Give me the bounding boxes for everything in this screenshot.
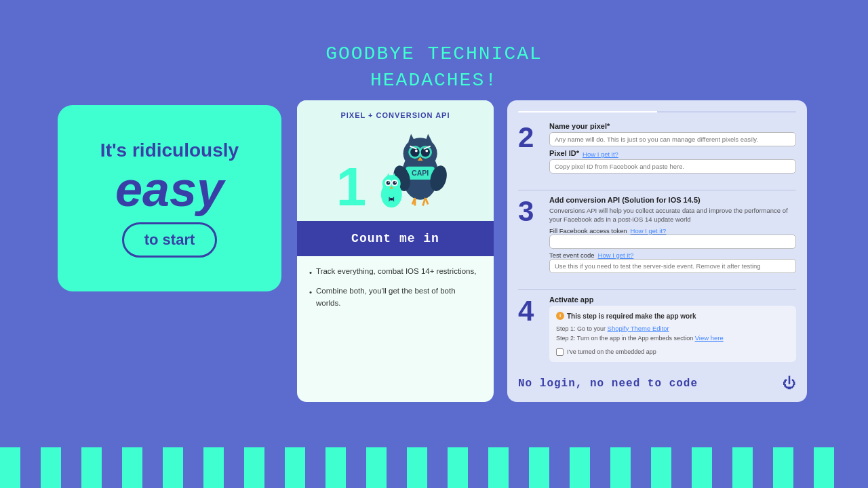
checker-cell bbox=[305, 447, 326, 468]
checker-cell bbox=[549, 468, 570, 488]
count-me-in-button[interactable]: Count me in bbox=[297, 221, 494, 256]
left-card-easy: easy bbox=[115, 165, 224, 214]
checker-cell bbox=[651, 468, 671, 488]
pixel-id-label: Pixel ID* bbox=[549, 149, 579, 157]
step3-content: Add conversion API (Solution for IOS 14.… bbox=[549, 196, 796, 276]
checker-cell bbox=[570, 468, 590, 488]
no-login-text: No login, no need to code bbox=[518, 378, 698, 390]
checker-cell bbox=[102, 447, 122, 468]
checker-cell bbox=[264, 447, 285, 468]
token-label: Fill Facebook access token bbox=[549, 227, 627, 235]
checker-cell bbox=[631, 447, 651, 468]
test-event-input[interactable] bbox=[549, 259, 796, 273]
checker-cell bbox=[631, 468, 651, 488]
divider-1 bbox=[518, 190, 796, 190]
checker-cell bbox=[793, 468, 814, 488]
checker-cell bbox=[407, 468, 427, 488]
checker-cell bbox=[671, 447, 692, 468]
checker-cell bbox=[224, 468, 244, 488]
checker-cell bbox=[122, 447, 142, 468]
step3-label: Add conversion API (Solution for IOS 14.… bbox=[549, 196, 796, 204]
checker-cell bbox=[753, 468, 773, 488]
checker-cell bbox=[326, 447, 346, 468]
step4-number: 4 bbox=[518, 297, 542, 325]
step3-section: 3 Add conversion API (Solution for IOS 1… bbox=[518, 196, 796, 276]
pixel-api-label: PIXEL + CONVERSION API bbox=[311, 111, 480, 119]
checker-cell bbox=[570, 447, 590, 468]
tab-manual-input[interactable]: Manual input bbox=[657, 111, 796, 113]
checker-cell bbox=[20, 447, 41, 468]
owl-illustration: CAPI bbox=[373, 126, 454, 214]
checker-cell bbox=[793, 447, 814, 468]
svg-point-28 bbox=[393, 181, 397, 185]
checker-cell bbox=[651, 447, 671, 468]
checker-cell bbox=[366, 468, 387, 488]
step4-info-box: i This step is required make the app wor… bbox=[549, 306, 796, 363]
checker-cell bbox=[142, 447, 163, 468]
checker-cell bbox=[468, 447, 488, 468]
checker-cell bbox=[732, 468, 753, 488]
checker-cell bbox=[346, 468, 366, 488]
checker-cell bbox=[773, 447, 793, 468]
checker-cell bbox=[590, 447, 610, 468]
checker-cell bbox=[346, 447, 366, 468]
svg-marker-3 bbox=[426, 134, 433, 142]
token-link[interactable]: How I get it? bbox=[631, 227, 667, 235]
test-event-label: Test event code bbox=[549, 251, 595, 259]
checker-cell bbox=[366, 447, 387, 468]
right-card-footer: No login, no need to code ⏻ bbox=[518, 370, 796, 391]
view-here-link[interactable]: View here bbox=[695, 334, 724, 342]
checker-cell bbox=[671, 468, 692, 488]
checker-cell bbox=[488, 468, 509, 488]
checker-cell bbox=[448, 468, 468, 488]
checker-cell bbox=[183, 468, 203, 488]
tabs-row: Auto input Pixel Manual input bbox=[518, 111, 796, 113]
checker-cell bbox=[712, 468, 732, 488]
svg-marker-2 bbox=[409, 134, 416, 142]
to-start-button[interactable]: to start bbox=[122, 222, 218, 258]
test-event-link[interactable]: How I get it? bbox=[598, 251, 634, 259]
pixel-name-input[interactable] bbox=[549, 132, 796, 146]
checker-cell bbox=[610, 468, 631, 488]
tab-auto-input[interactable]: Auto input Pixel bbox=[518, 111, 657, 113]
step4-content: Activate app i This step is required mak… bbox=[549, 296, 796, 363]
step2-number: 2 bbox=[518, 123, 542, 152]
checker-cell bbox=[0, 447, 20, 468]
svg-point-30 bbox=[395, 182, 396, 183]
middle-card-top: PIXEL + CONVERSION API 1 bbox=[297, 100, 494, 221]
embedded-app-checkbox[interactable] bbox=[556, 348, 564, 356]
svg-line-20 bbox=[426, 198, 429, 205]
checker-cell bbox=[529, 468, 549, 488]
pixel-id-input[interactable] bbox=[549, 159, 796, 174]
checker-cell bbox=[244, 468, 264, 488]
checker-cell bbox=[814, 447, 834, 468]
right-card: Auto input Pixel Manual input 2 Name you… bbox=[507, 100, 807, 402]
checker-cell bbox=[203, 447, 224, 468]
checker-cell bbox=[41, 447, 61, 468]
checker-cell bbox=[590, 468, 610, 488]
bullet-item-2: • Combine both, you'll get the best of b… bbox=[309, 285, 481, 309]
bullet-dot-2: • bbox=[309, 287, 312, 309]
checker-cell bbox=[163, 447, 183, 468]
checker-cell bbox=[488, 447, 509, 468]
checker-cell bbox=[529, 447, 549, 468]
checker-cell bbox=[732, 447, 753, 468]
checker-cell bbox=[468, 468, 488, 488]
checker-cell bbox=[753, 447, 773, 468]
checker-cell bbox=[81, 468, 102, 488]
svg-point-27 bbox=[387, 181, 391, 185]
checker-cell bbox=[224, 447, 244, 468]
shopify-theme-editor-link[interactable]: Shopify Theme Editor bbox=[608, 325, 669, 332]
left-card: It's ridiculously easy to start bbox=[58, 105, 281, 291]
pixel-id-link[interactable]: How I get it? bbox=[583, 150, 618, 158]
step2-content: Name your pixel* Pixel ID* How I get it? bbox=[549, 122, 796, 176]
checker-cell bbox=[814, 468, 834, 488]
token-input[interactable] bbox=[549, 235, 796, 249]
svg-point-8 bbox=[415, 150, 418, 152]
info-title: i This step is required make the app wor… bbox=[556, 311, 789, 321]
checker-cell bbox=[427, 468, 448, 488]
checker-cell bbox=[509, 468, 529, 488]
header-area: Goodbye technical headaches! bbox=[0, 41, 868, 94]
checker-cell bbox=[448, 447, 468, 468]
checker-cell bbox=[61, 468, 81, 488]
